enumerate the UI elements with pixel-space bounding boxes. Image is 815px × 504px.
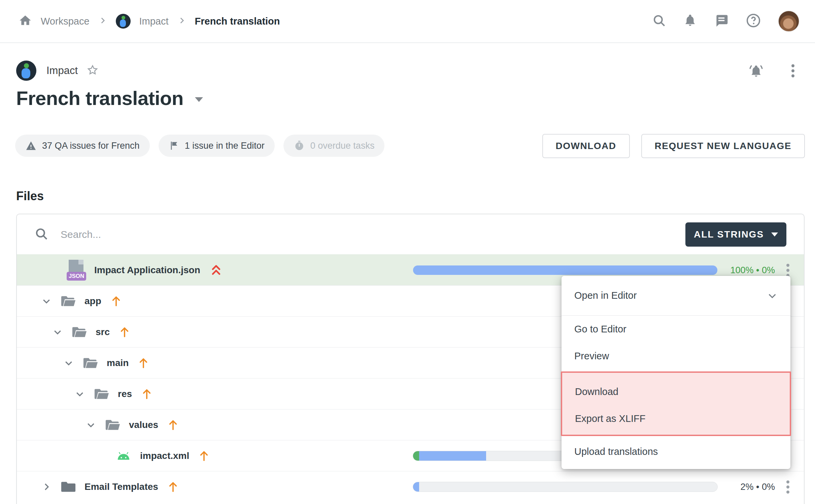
user-avatar[interactable]	[778, 10, 800, 32]
overdue-tasks-label: 0 overdue tasks	[310, 141, 375, 151]
folder-row-email-templates[interactable]: Email Templates 2% • 0%	[17, 471, 804, 502]
title-dropdown-caret-icon[interactable]	[195, 97, 203, 102]
file-name: Impact Application.json	[94, 265, 200, 276]
breadcrumb: Workspace Impact French translation	[19, 14, 280, 29]
folder-open-icon	[94, 388, 109, 400]
search-input[interactable]	[61, 229, 364, 240]
progress-reviewed	[413, 451, 419, 461]
chevron-down-icon[interactable]	[41, 296, 52, 306]
folder-name: values	[129, 420, 158, 430]
upload-arrow-icon	[168, 419, 178, 431]
warning-triangle-icon	[25, 140, 37, 151]
menu-item-label: Open in Editor	[574, 290, 637, 301]
folder-name: src	[96, 327, 110, 337]
menu-item-export-xliff[interactable]: Export as XLIFF	[562, 405, 790, 432]
editor-issues-label: 1 issue in the Editor	[185, 141, 265, 151]
project-logo-small	[116, 14, 131, 29]
folder-name: app	[84, 296, 101, 307]
page-title: French translation	[16, 87, 183, 109]
files-search-row: ALL STRINGS	[17, 214, 804, 254]
breadcrumb-project[interactable]: Impact	[139, 16, 169, 27]
folder-open-icon	[61, 295, 76, 308]
top-navigation: Workspace Impact French translation	[0, 0, 815, 43]
folder-icon	[61, 480, 76, 493]
chevron-down-icon[interactable]	[63, 358, 74, 368]
json-file-icon: JSON	[67, 260, 86, 281]
request-new-language-button[interactable]: REQUEST NEW LANGUAGE	[641, 134, 805, 158]
row-kebab-menu-icon[interactable]	[781, 263, 794, 277]
upload-arrow-icon	[199, 450, 209, 462]
folder-open-icon	[83, 357, 98, 369]
chevron-right-icon	[98, 16, 107, 26]
all-strings-label: ALL STRINGS	[694, 229, 764, 240]
upload-arrow-icon	[141, 388, 152, 400]
breadcrumb-current: French translation	[195, 16, 280, 27]
files-heading: Files	[16, 189, 44, 203]
chat-icon[interactable]	[714, 13, 729, 29]
star-icon[interactable]	[87, 64, 99, 77]
file-name: impact.xml	[140, 451, 189, 461]
chevron-down-icon[interactable]	[52, 327, 63, 337]
all-strings-filter-button[interactable]: ALL STRINGS	[685, 222, 786, 247]
progress-translated	[413, 482, 419, 492]
bell-icon[interactable]	[683, 13, 697, 29]
project-kebab-menu-icon[interactable]	[786, 64, 800, 77]
file-context-menu: Open in Editor Go to Editor Preview Down…	[562, 276, 790, 469]
chevron-down-icon	[767, 290, 778, 301]
chevron-right-icon[interactable]	[41, 482, 52, 492]
chevron-right-icon	[177, 16, 186, 26]
folder-name: Email Templates	[84, 481, 158, 492]
flag-icon	[169, 140, 179, 151]
help-icon[interactable]	[746, 13, 761, 30]
download-button[interactable]: DOWNLOAD	[542, 134, 630, 158]
menu-item-go-to-editor[interactable]: Go to Editor	[562, 316, 790, 343]
progress-bar	[413, 265, 718, 275]
qa-issues-label: 37 QA issues for French	[42, 141, 140, 151]
qa-issues-badge[interactable]: 37 QA issues for French	[15, 135, 150, 157]
breadcrumb-workspace[interactable]: Workspace	[41, 16, 90, 27]
editor-issues-badge[interactable]: 1 issue in the Editor	[159, 135, 275, 157]
row-kebab-menu-icon[interactable]	[781, 480, 794, 494]
project-name[interactable]: Impact	[46, 65, 78, 77]
home-icon[interactable]	[19, 14, 32, 29]
folder-open-icon	[72, 326, 87, 338]
upload-arrow-icon	[119, 326, 130, 338]
menu-item-open-in-editor[interactable]: Open in Editor	[562, 276, 790, 316]
overdue-tasks-badge: 0 overdue tasks	[283, 135, 385, 157]
progress-stats: 2% • 0%	[740, 471, 775, 502]
upload-arrow-icon	[168, 481, 178, 493]
bell-ring-icon[interactable]	[748, 63, 764, 78]
stopwatch-icon	[294, 140, 305, 151]
search-icon	[34, 227, 48, 242]
search-icon[interactable]	[652, 13, 666, 29]
folder-name: main	[107, 358, 129, 368]
menu-item-download[interactable]: Download	[562, 378, 790, 405]
progress-translated	[413, 265, 717, 275]
project-logo	[16, 61, 36, 81]
chevron-down-icon	[771, 232, 778, 237]
menu-item-upload-translations[interactable]: Upload translations	[562, 438, 790, 465]
menu-highlight-group: Download Export as XLIFF	[561, 371, 791, 436]
menu-item-preview[interactable]: Preview	[562, 343, 790, 369]
chevron-down-icon[interactable]	[85, 420, 97, 430]
folder-open-icon	[105, 419, 120, 431]
upload-arrow-icon	[111, 295, 122, 307]
chevron-down-icon[interactable]	[74, 389, 86, 399]
android-icon	[116, 450, 131, 462]
upload-arrow-icon	[138, 357, 149, 369]
priority-high-icon	[210, 263, 222, 277]
progress-bar	[413, 482, 718, 492]
progress-translated	[419, 451, 486, 461]
folder-name: res	[118, 389, 132, 399]
